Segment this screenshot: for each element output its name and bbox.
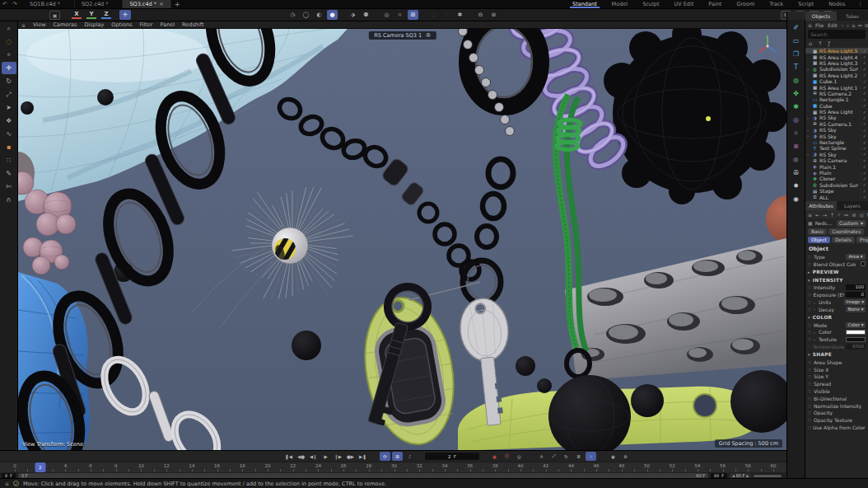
history-icon[interactable]: ▣: [49, 11, 60, 20]
object-visibility-toggles[interactable]: ⁚: [860, 97, 861, 102]
object-visibility-toggles[interactable]: ⁚: [860, 67, 861, 72]
timeline-option-button-1[interactable]: ◉: [608, 452, 618, 461]
attr-row-temperature-k-[interactable]: ○Temperature (K)6500: [805, 343, 868, 350]
object-visibility-toggles[interactable]: ⁚: [860, 195, 861, 199]
home-icon[interactable]: ⌂: [809, 40, 812, 47]
object-row[interactable]: › ▦ RS Area Light.4 ⁚ ✓: [805, 54, 868, 59]
overflow-menu-icon[interactable]: ⋮: [853, 1, 868, 7]
axis-lock-button[interactable]: X: [72, 11, 82, 19]
keyframe-dot-icon[interactable]: ○: [808, 323, 812, 327]
object-row[interactable]: › ☰ ALL ⁚ ✓: [805, 194, 868, 199]
sound-toggle[interactable]: ♪: [404, 452, 415, 461]
snap-grid-icon[interactable]: ⊞: [408, 10, 418, 20]
ring-icon[interactable]: ◎: [381, 10, 392, 20]
object-render-check[interactable]: ✓: [863, 171, 866, 176]
attr-row-units[interactable]: ○›UnitsImage ▾: [805, 298, 868, 306]
object-visibility-toggles[interactable]: ⁚: [860, 60, 861, 65]
attr-value-mode[interactable]: Color ▾: [846, 322, 866, 328]
object-render-check[interactable]: ✓: [863, 140, 866, 145]
object-row[interactable]: › ▦ RS Area Light ⁚ ✓: [805, 109, 868, 115]
cloner-tool[interactable]: ✤: [789, 87, 804, 100]
object-visibility-toggles[interactable]: ⁚: [860, 189, 861, 194]
text-spline-tool[interactable]: T: [789, 61, 804, 73]
spline-primitive-tool[interactable]: ▭: [789, 35, 804, 47]
snap-off-icon[interactable]: ◌: [428, 10, 439, 20]
object-row[interactable]: › ▦ RS Area Light.5 ⁚ ✓: [805, 48, 868, 54]
filter-f-icon[interactable]: ƒ: [828, 40, 830, 47]
keyframe-dot-icon[interactable]: ○: [808, 307, 812, 312]
redo-icon[interactable]: ↷: [10, 1, 20, 7]
objects-menu-icon[interactable]: ≡: [808, 22, 812, 28]
viewport-menu-item[interactable]: Redshift: [182, 21, 203, 28]
layout-tab[interactable]: UV Edit: [666, 0, 701, 8]
keyframe-dot-icon[interactable]: ○: [808, 368, 812, 372]
attr-row-size-y[interactable]: ○Size Y: [805, 373, 868, 381]
workplane-icon[interactable]: ⌗: [394, 10, 405, 20]
attr-row-spread[interactable]: ○Spread: [805, 380, 868, 387]
tweak-tool[interactable]: ➤: [2, 101, 16, 114]
keyframe-dot-icon[interactable]: ○: [808, 404, 812, 408]
object-visibility-toggles[interactable]: ⁚: [860, 134, 861, 138]
object-render-check[interactable]: ✓: [863, 79, 866, 84]
object-visibility-toggles[interactable]: ⁚: [860, 164, 861, 169]
record-parameter-toggle[interactable]: ≣: [573, 452, 584, 461]
spline-smooth-tool[interactable]: ∿: [2, 128, 16, 140]
attr-row-size-x[interactable]: ○Size X: [805, 366, 868, 373]
lock-icon[interactable]: ⊘: [852, 212, 856, 218]
object-row[interactable]: › ✤ Cloner ⁚ ✓: [805, 176, 868, 181]
volume-tool[interactable]: ◎: [789, 114, 804, 126]
subdivision-surface-tool[interactable]: ◍: [789, 74, 804, 87]
object-visibility-toggles[interactable]: ⁚: [860, 158, 861, 163]
character-icon[interactable]: ⚉: [361, 10, 371, 20]
previous-frame-button[interactable]: ◀❙: [308, 452, 319, 461]
keyframe-dot-icon[interactable]: ○: [808, 382, 812, 386]
attr-row-decay[interactable]: ○›DecayNone ▾: [805, 306, 868, 313]
object-row[interactable]: › ⬖ Plain ⁚ ✓: [805, 170, 868, 176]
previous-key-button[interactable]: ◀●: [296, 452, 306, 461]
expand-icon[interactable]: ›: [814, 337, 817, 342]
document-tab[interactable]: SQ2.c4d * ×: [75, 0, 123, 8]
attr-mode-dropdown[interactable]: Custom ▾: [837, 220, 866, 227]
filter-icon[interactable]: ≔: [844, 212, 849, 218]
timeline-ruler[interactable]: 0246810121416182022242628303234363840424…: [0, 462, 786, 472]
timeline-playhead[interactable]: 2: [35, 462, 45, 472]
attr-value-type[interactable]: Area ▾: [846, 254, 866, 260]
object-visibility-toggles[interactable]: ⁚: [860, 54, 861, 59]
panel-tab[interactable]: Takes: [837, 12, 868, 21]
play-button[interactable]: ▶: [320, 452, 331, 461]
object-row[interactable]: › ▦ RS Area Light.1 ⁚ ✓: [805, 84, 868, 90]
attr-row-intensity[interactable]: ○Intensity100: [805, 284, 868, 292]
axis-lock-button[interactable]: Y: [86, 11, 96, 19]
pose-icon[interactable]: ⬗: [348, 10, 358, 20]
keyframe-dot-icon[interactable]: ○: [808, 285, 812, 289]
forward-icon[interactable]: →: [823, 212, 827, 218]
keyframe-dot-icon[interactable]: ○: [808, 389, 812, 393]
object-visibility-toggles[interactable]: ⁚: [860, 115, 861, 120]
filter-icon[interactable]: ≔: [857, 22, 862, 29]
object-row[interactable]: › ▦ RS Area Light.3 ⁚ ✓: [805, 60, 868, 66]
points-mode-button[interactable]: ∷: [2, 154, 16, 167]
magnet-snap-icon[interactable]: ✱: [455, 10, 465, 20]
layout-tab[interactable]: Paint: [701, 0, 729, 8]
viewport-menu-item[interactable]: Options: [111, 21, 132, 28]
objects-search-input[interactable]: Search: [808, 30, 866, 39]
object-row[interactable]: › ▭ Rectangle.1 ⁚ ✓: [805, 96, 868, 102]
zoom-tool[interactable]: ⌕: [2, 22, 16, 35]
magnet-tool[interactable]: ∩: [2, 194, 16, 206]
object-visibility-toggles[interactable]: ⁚: [860, 85, 861, 90]
keyframe-selection-button[interactable]: ◎: [514, 452, 525, 461]
attr-row-exposure-ev-[interactable]: ○Exposure (EV)0: [805, 291, 868, 298]
object-row[interactable]: › ◍ Subdivision Surface.1 ⁚ ✓: [805, 66, 868, 72]
viewport[interactable]: ≡ ViewCamerasDisplayOptionsFilterPanelRe…: [18, 21, 786, 450]
attr-row-visible[interactable]: ○Visible: [805, 387, 868, 395]
expand-icon[interactable]: ›: [814, 300, 817, 305]
timeline-option-button-2[interactable]: ⊛: [620, 452, 631, 461]
record-scale-toggle[interactable]: ⤢: [548, 452, 559, 461]
viewport-menu-item[interactable]: Display: [84, 21, 104, 28]
panel-tab[interactable]: Attributes: [805, 201, 837, 210]
axis-lock-button[interactable]: Z: [101, 11, 111, 19]
object-visibility-toggles[interactable]: ⁚: [860, 103, 861, 108]
object-render-check[interactable]: ✓: [863, 73, 866, 77]
popout-icon[interactable]: ⧉: [865, 22, 868, 29]
knife-tool[interactable]: ✄: [2, 181, 16, 193]
